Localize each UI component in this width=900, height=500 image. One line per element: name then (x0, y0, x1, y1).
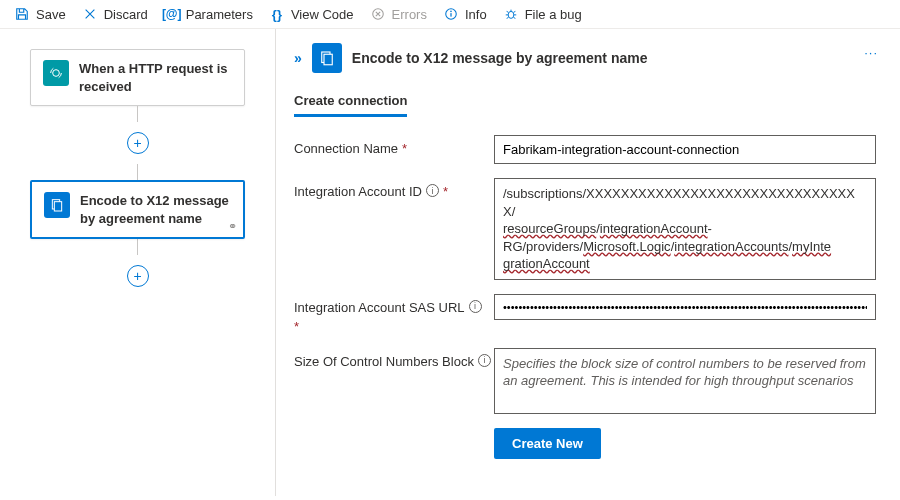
panel-title: Encode to X12 message by agreement name (352, 50, 648, 66)
errors-button: Errors (370, 6, 427, 22)
errors-label: Errors (392, 7, 427, 22)
error-icon (370, 6, 386, 22)
svg-point-5 (53, 70, 60, 77)
discard-label: Discard (104, 7, 148, 22)
sas-url-input[interactable] (494, 294, 876, 320)
connector-line (137, 106, 138, 122)
svg-rect-9 (324, 54, 332, 65)
x12-icon (44, 192, 70, 218)
x-icon (82, 6, 98, 22)
trigger-card[interactable]: When a HTTP request is received (30, 49, 245, 106)
braces-icon: {} (269, 6, 285, 22)
integration-account-id-label: Integration Account ID i * (294, 178, 494, 199)
svg-point-4 (508, 11, 514, 18)
block-size-label: Size Of Control Numbers Block i (294, 348, 494, 369)
action-title: Encode to X12 message by agreement name (80, 192, 231, 227)
add-step-button[interactable]: + (127, 265, 149, 287)
create-new-button[interactable]: Create New (494, 428, 601, 459)
save-icon (14, 6, 30, 22)
info-button[interactable]: Info (443, 6, 487, 22)
add-step-button[interactable]: + (127, 132, 149, 154)
http-icon (43, 60, 69, 86)
designer-canvas: When a HTTP request is received + Encode… (0, 29, 275, 496)
toolbar: Save Discard [@] Parameters {} View Code… (0, 0, 900, 29)
tab-create-connection[interactable]: Create connection (294, 93, 407, 117)
viewcode-button[interactable]: {} View Code (269, 6, 354, 22)
info-icon[interactable]: i (426, 184, 439, 197)
parameters-button[interactable]: [@] Parameters (164, 6, 253, 22)
info-label: Info (465, 7, 487, 22)
bug-icon (503, 6, 519, 22)
link-icon: ⚭ (228, 220, 237, 233)
trigger-title: When a HTTP request is received (79, 60, 232, 95)
connector-line (137, 239, 138, 255)
discard-button[interactable]: Discard (82, 6, 148, 22)
sas-url-label: Integration Account SAS URL i * (294, 294, 494, 334)
info-icon[interactable]: i (469, 300, 482, 313)
action-card[interactable]: Encode to X12 message by agreement name … (30, 180, 245, 239)
connection-name-input[interactable] (494, 135, 876, 164)
details-panel: ··· » Encode to X12 message by agreement… (275, 29, 900, 496)
info-icon[interactable]: i (478, 354, 491, 367)
x12-icon (312, 43, 342, 73)
integration-account-id-input[interactable]: /subscriptions/XXXXXXXXXXXXXXXXXXXXXXXXX… (494, 178, 876, 280)
save-label: Save (36, 7, 66, 22)
svg-rect-3 (450, 13, 451, 17)
viewcode-label: View Code (291, 7, 354, 22)
more-menu[interactable]: ··· (864, 45, 878, 60)
svg-rect-7 (54, 202, 61, 211)
bug-button[interactable]: File a bug (503, 6, 582, 22)
save-button[interactable]: Save (14, 6, 66, 22)
svg-point-2 (450, 11, 452, 13)
parameters-label: Parameters (186, 7, 253, 22)
bug-label: File a bug (525, 7, 582, 22)
connector-line (137, 164, 138, 180)
info-icon (443, 6, 459, 22)
collapse-button[interactable]: » (294, 50, 302, 66)
parameters-icon: [@] (164, 6, 180, 22)
connection-name-label: Connection Name * (294, 135, 494, 156)
block-size-input[interactable]: Specifies the block size of control numb… (494, 348, 876, 414)
